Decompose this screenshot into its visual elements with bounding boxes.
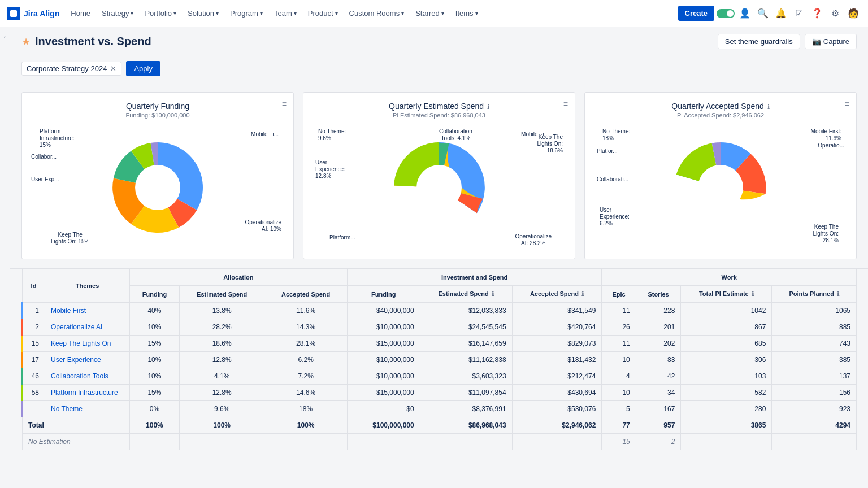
total-label: Total [23, 417, 130, 434]
funding-label-collab: Collabor... [31, 154, 57, 160]
cell-stories: 202 [636, 336, 681, 352]
col-estimated-spend: Estimated Spend [179, 286, 264, 303]
col-accepted-spend-inv: Accepted Spend ℹ [512, 286, 602, 303]
funding-label-platform: PlatformInfrastructure:15% [40, 128, 75, 149]
no-estimation-row: No Estimation 15 2 [23, 434, 857, 450]
theme-link[interactable]: Collaboration Tools [51, 372, 108, 380]
total-pi-info[interactable]: ℹ [752, 290, 754, 297]
nav-portfolio[interactable]: Portfolio▾ [140, 7, 181, 20]
acc-label-opai: Operatio... [818, 142, 844, 149]
cell-acc-spend-pct: 14.6% [264, 385, 347, 401]
investment-table: Id Themes Allocation Investment and Spen… [21, 269, 857, 450]
nav-strategy[interactable]: Strategy▾ [97, 7, 138, 20]
nav-toggle[interactable] [717, 9, 735, 18]
acc-label-ktlo: Keep TheLights On:28.1% [813, 224, 839, 244]
cell-id [23, 401, 45, 417]
capture-icon: 📷 [812, 37, 821, 46]
points-info[interactable]: ℹ [837, 290, 839, 297]
nav-home[interactable]: Home [66, 7, 95, 20]
profile-icon[interactable]: 👤 [737, 6, 753, 21]
cell-total-pi: 280 [681, 401, 772, 417]
apply-button[interactable]: Apply [126, 61, 160, 76]
theme-link[interactable]: Mobile First [51, 307, 86, 315]
capture-button[interactable]: 📷 Capture [805, 34, 857, 49]
accepted-spend-chart-card: Quarterly Accepted Spend ℹ Pi Accepted S… [584, 92, 857, 259]
theme-link[interactable]: Operationalize AI [51, 323, 102, 331]
theme-link[interactable]: User Experience [51, 356, 101, 364]
sidebar-toggle[interactable]: ‹ [0, 27, 10, 461]
cell-funding-pct: 15% [130, 385, 180, 401]
avatar[interactable]: 🧑 [845, 6, 861, 21]
cell-acc-spend-pct: 18% [264, 401, 347, 417]
cell-total-pi: 582 [681, 385, 772, 401]
star-icon[interactable]: ★ [21, 36, 31, 48]
funding-chart-container: Mobile Fi... OperationalizeAI: 10% Keep … [31, 125, 284, 250]
cell-total-pi: 103 [681, 368, 772, 385]
charts-section: Quarterly Funding Funding: $100,000,000 … [10, 83, 868, 269]
cell-acc-spend-amt: $829,073 [512, 336, 602, 352]
cell-funding-amt: $10,000,000 [347, 352, 420, 368]
est-spend-info[interactable]: ℹ [492, 290, 494, 297]
cell-theme: User Experience [45, 352, 130, 368]
cell-est-spend-amt: $24,545,545 [420, 319, 512, 336]
cell-epic: 11 [602, 336, 636, 352]
create-button[interactable]: Create [678, 6, 714, 21]
page-title: Investment vs. Spend [35, 35, 151, 48]
cell-acc-spend-pct: 11.6% [264, 303, 347, 319]
cell-acc-spend-amt: $181,432 [512, 352, 602, 368]
table-section: Id Themes Allocation Investment and Spen… [10, 269, 868, 461]
theme-link[interactable]: No Theme [51, 405, 83, 413]
cell-acc-spend-amt: $420,764 [512, 319, 602, 336]
cell-funding-pct: 10% [130, 368, 180, 385]
cell-funding-pct: 10% [130, 319, 180, 336]
acc-info-icon[interactable]: ℹ [767, 103, 770, 110]
cell-stories: 201 [636, 319, 681, 336]
bell-icon[interactable]: 🔔 [773, 6, 789, 21]
theme-link[interactable]: Platform Infrastructure [51, 389, 118, 396]
nav-team[interactable]: Team▾ [270, 7, 301, 20]
cell-est-spend-pct: 4.1% [179, 368, 264, 385]
logo[interactable]: Jira Align [7, 7, 59, 20]
cell-theme: No Theme [45, 401, 130, 417]
cell-theme: Operationalize AI [45, 319, 130, 336]
cell-total-pi: 867 [681, 319, 772, 336]
cell-funding-amt: $15,000,000 [347, 385, 420, 401]
est-info-icon[interactable]: ℹ [487, 103, 489, 110]
cell-est-spend-pct: 18.6% [179, 336, 264, 352]
table-row: No Theme0%9.6%18%$0$8,376,991$530,076516… [23, 401, 857, 417]
acc-spend-info[interactable]: ℹ [581, 290, 584, 297]
cell-est-spend-amt: $3,603,323 [420, 368, 512, 385]
nav-product[interactable]: Product▾ [303, 7, 342, 20]
theme-link[interactable]: Keep The Lights On [51, 339, 111, 347]
funding-chart-menu[interactable]: ≡ [282, 99, 287, 108]
filter-tag-remove[interactable]: ✕ [110, 64, 116, 73]
search-icon[interactable]: 🔍 [755, 6, 771, 21]
est-chart-subtitle: Pi Estimated Spend: $86,968,043 [313, 112, 566, 119]
acc-chart-title: Quarterly Accepted Spend ℹ [594, 102, 847, 111]
nav-starred[interactable]: Starred▾ [411, 7, 449, 20]
cell-epic: 10 [602, 352, 636, 368]
funding-label-mobile: Mobile Fi... [251, 131, 279, 137]
nav-items[interactable]: Items▾ [451, 7, 483, 20]
est-pie-chart [388, 137, 490, 238]
nav-custom-rooms[interactable]: Custom Rooms▾ [345, 7, 409, 20]
filter-bar: Corporate Strategy 2024 ✕ Apply [10, 54, 868, 83]
cell-points: 1065 [772, 303, 857, 319]
page-title-row: ★ Investment vs. Spend [21, 35, 151, 48]
help-icon[interactable]: ❓ [809, 6, 825, 21]
checkbox-icon[interactable]: ☑ [791, 6, 807, 21]
acc-chart-menu[interactable]: ≡ [845, 99, 849, 108]
cell-funding-amt: $10,000,000 [347, 368, 420, 385]
logo-text: Jira Align [24, 9, 59, 18]
nav-solution[interactable]: Solution▾ [183, 7, 223, 20]
guardrails-button[interactable]: Set theme guardrails [718, 34, 800, 49]
nav-program[interactable]: Program▾ [225, 7, 267, 20]
svg-point-1 [135, 165, 180, 210]
est-label-ux: UserExperience:12.8% [315, 159, 345, 180]
funding-chart-title: Quarterly Funding [31, 102, 284, 111]
settings-icon[interactable]: ⚙ [827, 6, 843, 21]
est-chart-menu[interactable]: ≡ [563, 99, 568, 108]
funding-chart-subtitle: Funding: $100,000,000 [31, 112, 284, 119]
total-row: Total 100% 100% 100% $100,000,000 $86,96… [23, 417, 857, 434]
cell-est-spend-amt: $16,147,659 [420, 336, 512, 352]
